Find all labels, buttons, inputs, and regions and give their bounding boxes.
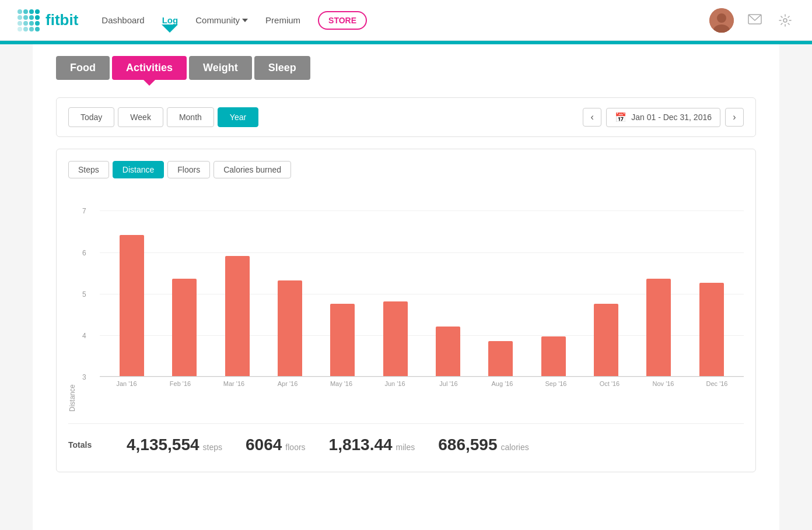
chevron-down-icon — [242, 19, 248, 22]
bar-oct'16[interactable] — [594, 304, 618, 376]
chart-tab-calories[interactable]: Calories burned — [214, 161, 291, 178]
y-axis-label: Distance — [68, 190, 76, 412]
filter-bar: Today Week Month Year ‹ 📅 Jan 01 - Dec 3… — [56, 97, 756, 137]
chart-wrapper: Distance 7 6 5 — [68, 190, 744, 412]
chart-tabs: Steps Distance Floors Calories burned — [68, 161, 744, 178]
bar-jun'16[interactable] — [383, 301, 408, 376]
x-label-3: Apr '16 — [275, 380, 300, 387]
next-date-button[interactable]: › — [725, 108, 744, 127]
chart-card: Steps Distance Floors Calories burned Di… — [56, 149, 756, 472]
bar-sep'16[interactable] — [541, 336, 566, 376]
navbar: fitbit Dashboard Log Community Premium S… — [0, 0, 812, 41]
period-today[interactable]: Today — [68, 107, 114, 127]
nav-premium[interactable]: Premium — [265, 15, 300, 25]
sub-tab-indicator — [144, 80, 155, 86]
total-miles-value: 1,813.44 — [329, 436, 393, 454]
x-label-10: Nov '16 — [651, 380, 676, 387]
total-miles-unit: miles — [396, 443, 415, 452]
nav-log[interactable]: Log — [162, 15, 178, 25]
tab-sleep[interactable]: Sleep — [254, 56, 310, 80]
x-label-5: Jun '16 — [383, 380, 407, 387]
total-calories: 686,595 calories — [438, 436, 528, 454]
period-month[interactable]: Month — [167, 107, 214, 127]
total-calories-unit: calories — [501, 443, 528, 452]
x-label-9: Oct '16 — [597, 380, 622, 387]
grid-label-4: 4 — [82, 332, 86, 340]
settings-icon[interactable] — [776, 11, 794, 30]
x-label-0: Jan '16 — [114, 380, 139, 387]
nav-community[interactable]: Community — [195, 15, 248, 25]
bar-dec'16[interactable] — [699, 283, 724, 376]
total-calories-value: 686,595 — [438, 436, 497, 454]
content-area: Food Activities Weight Sleep Today Week … — [33, 44, 779, 530]
x-label-2: Mar '16 — [222, 380, 246, 387]
nav-links: Dashboard Log Community Premium STORE — [102, 11, 709, 30]
date-display: 📅 Jan 01 - Dec 31, 2016 — [606, 108, 720, 127]
tab-activities[interactable]: Activities — [112, 56, 187, 80]
total-steps: 4,135,554 steps — [127, 436, 222, 454]
tab-weight[interactable]: Weight — [189, 56, 252, 80]
bar-mar'16[interactable] — [225, 256, 250, 376]
messages-icon[interactable] — [746, 11, 764, 30]
svg-point-4 — [783, 19, 787, 22]
x-label-8: Sep '16 — [544, 380, 568, 387]
logo-grid-icon — [18, 9, 40, 31]
total-floors-unit: floors — [285, 443, 305, 452]
tab-food[interactable]: Food — [56, 56, 110, 80]
period-week[interactable]: Week — [118, 107, 163, 127]
x-label-11: Dec '16 — [705, 380, 729, 387]
date-nav: ‹ 📅 Jan 01 - Dec 31, 2016 › — [583, 108, 744, 127]
x-label-4: May '16 — [329, 380, 354, 387]
brand-name: fitbit — [46, 11, 78, 29]
nav-right — [709, 8, 794, 33]
totals-label: Totals — [68, 440, 103, 450]
store-button[interactable]: STORE — [318, 11, 367, 30]
bar-jan'16[interactable] — [120, 235, 144, 376]
period-buttons: Today Week Month Year — [68, 107, 258, 127]
calendar-icon: 📅 — [615, 112, 626, 123]
nav-dashboard[interactable]: Dashboard — [102, 15, 144, 25]
bar-feb'16[interactable] — [172, 279, 197, 376]
grid-label-5: 5 — [82, 290, 86, 299]
chart-tab-steps[interactable]: Steps — [68, 161, 109, 178]
x-label-1: Feb '16 — [168, 380, 192, 387]
x-axis: Jan '16Feb '16Mar '16Apr '16May '16Jun '… — [100, 377, 744, 387]
bar-jul'16[interactable] — [436, 327, 460, 376]
total-floors-value: 6064 — [246, 436, 282, 454]
total-miles: 1,813.44 miles — [329, 436, 415, 454]
total-floors: 6064 floors — [246, 436, 306, 454]
x-label-7: Aug '16 — [490, 380, 514, 387]
grid-label-3: 3 — [82, 373, 86, 381]
prev-date-button[interactable]: ‹ — [583, 108, 601, 127]
grid-line-3: 3 — [100, 377, 744, 377]
bar-aug'16[interactable] — [488, 341, 513, 376]
x-label-6: Jul '16 — [436, 380, 461, 387]
grid-label-7: 7 — [82, 207, 86, 215]
logo[interactable]: fitbit — [18, 9, 78, 31]
nav-active-indicator — [162, 24, 178, 33]
avatar[interactable] — [709, 8, 734, 33]
svg-point-1 — [717, 13, 726, 23]
bar-apr'16[interactable] — [278, 280, 302, 376]
nav-community-link[interactable]: Community — [195, 15, 240, 25]
grid-label-6: 6 — [82, 249, 86, 257]
nav-log-wrapper: Log — [162, 15, 178, 26]
bar-may'16[interactable] — [330, 304, 355, 376]
totals-bar: Totals 4,135,554 steps 6064 floors 1,813… — [68, 423, 744, 460]
sub-tabs: Food Activities Weight Sleep — [56, 56, 756, 80]
bar-nov'16[interactable] — [646, 279, 671, 376]
chart-tab-distance[interactable]: Distance — [113, 161, 164, 178]
total-steps-unit: steps — [203, 443, 222, 452]
chart-tab-floors[interactable]: Floors — [167, 161, 210, 178]
total-steps-value: 4,135,554 — [127, 436, 200, 454]
bars-container — [100, 190, 744, 376]
date-range-text: Jan 01 - Dec 31, 2016 — [631, 113, 712, 122]
period-year[interactable]: Year — [218, 107, 258, 127]
